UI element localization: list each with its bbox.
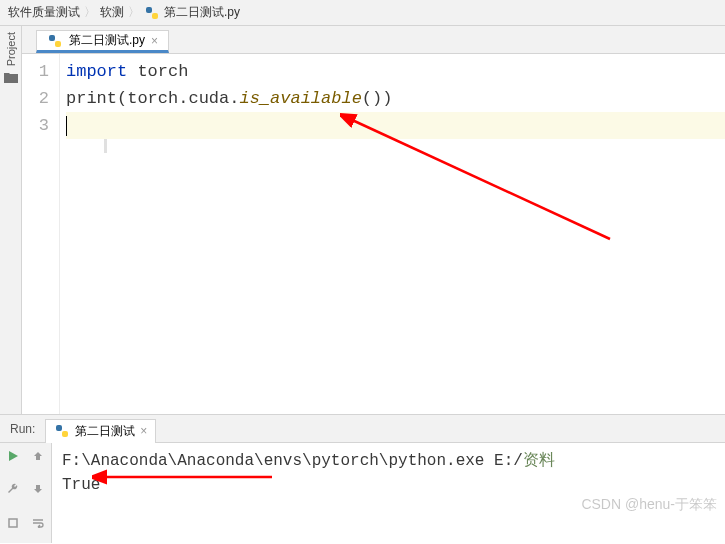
code-content[interactable]: import torch print(torch.cuda.is_availab… xyxy=(60,54,725,414)
breadcrumb-root[interactable]: 软件质量测试 xyxy=(8,4,80,21)
svg-rect-6 xyxy=(62,431,68,437)
breadcrumb: 软件质量测试 〉 软测 〉 第二日测试.py xyxy=(0,0,725,26)
line-number: 1 xyxy=(22,58,49,85)
code-line-current xyxy=(66,112,725,139)
console-line: True xyxy=(62,473,715,497)
breadcrumb-file[interactable]: 第二日测试.py xyxy=(164,4,240,21)
python-icon xyxy=(54,423,70,439)
project-label: Project xyxy=(5,32,17,66)
close-icon[interactable]: × xyxy=(140,424,147,438)
svg-rect-3 xyxy=(55,41,61,47)
wrench-button[interactable] xyxy=(0,476,26,502)
run-toolbar xyxy=(0,443,52,543)
code-line: import torch xyxy=(66,58,725,85)
console-output[interactable]: F:\Anaconda\Anaconda\envs\pytorch\python… xyxy=(52,443,725,543)
run-tab-label: 第二日测试 xyxy=(75,423,135,440)
run-header: Run: 第二日测试 × xyxy=(0,415,725,443)
svg-rect-0 xyxy=(146,7,152,13)
code-line: print(torch.cuda.is_available()) xyxy=(66,85,725,112)
line-number: 3 xyxy=(22,112,49,139)
down-button[interactable] xyxy=(26,476,52,502)
editor-tab-active[interactable]: 第二日测试.py × xyxy=(36,30,169,53)
python-file-icon xyxy=(144,5,160,21)
run-tab[interactable]: 第二日测试 × xyxy=(45,419,156,443)
svg-rect-7 xyxy=(9,519,17,527)
rerun-button[interactable] xyxy=(0,443,26,469)
text-caret xyxy=(66,116,67,136)
run-title: Run: xyxy=(10,422,35,436)
run-panel: Run: 第二日测试 × F:\Anaconda\Anaconda\envs\p… xyxy=(0,414,725,543)
code-editor[interactable]: 1 2 3 import torch print(torch.cuda.is_a… xyxy=(22,54,725,414)
breadcrumb-mid[interactable]: 软测 xyxy=(100,4,124,21)
chevron-right-icon: 〉 xyxy=(84,4,96,21)
tab-label: 第二日测试.py xyxy=(69,32,145,49)
stop-button[interactable] xyxy=(0,510,26,536)
gutter: 1 2 3 xyxy=(22,54,60,414)
console-line: F:\Anaconda\Anaconda\envs\pytorch\python… xyxy=(62,449,715,473)
svg-rect-5 xyxy=(56,425,62,431)
svg-rect-1 xyxy=(152,13,158,19)
close-icon[interactable]: × xyxy=(151,34,158,48)
folder-icon xyxy=(4,72,18,87)
soft-wrap-button[interactable] xyxy=(26,510,52,536)
project-tool-sidebar[interactable]: Project xyxy=(0,26,22,414)
chevron-right-icon: 〉 xyxy=(128,4,140,21)
up-button[interactable] xyxy=(26,443,52,469)
svg-rect-2 xyxy=(49,35,55,41)
editor-tabs: 第二日测试.py × xyxy=(22,26,725,54)
code-fold-separator xyxy=(104,139,144,153)
line-number: 2 xyxy=(22,85,49,112)
python-file-icon xyxy=(47,33,63,49)
